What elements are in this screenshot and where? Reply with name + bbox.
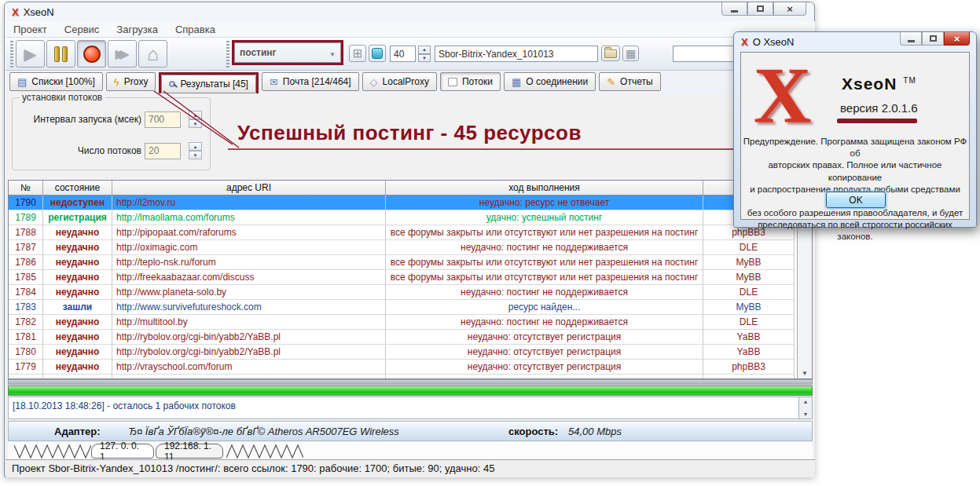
tab-reports[interactable]: Отчеты (599, 72, 660, 91)
tab-localproxy[interactable]: LocalProxy (362, 72, 437, 91)
about-dialog-body: X XseoNTM версия 2.0.1.6 Предупреждение.… (740, 52, 970, 220)
table-row-1783[interactable]: 1783зашлиhttp://www.survivefutureshock.c… (9, 300, 812, 315)
table-row-1784[interactable]: 1784неудачноhttp://www.planeta-solo.byне… (9, 285, 812, 300)
header-state[interactable]: состояние (43, 181, 112, 195)
magnifier-icon (169, 81, 175, 87)
tab-threads[interactable]: Потоки (440, 72, 501, 91)
pause-button[interactable] (46, 40, 75, 68)
cell-state: неудачно (43, 285, 112, 300)
maximize-button[interactable] (747, 2, 773, 16)
chevron-down-icon (329, 46, 336, 60)
maximize-icon (757, 5, 764, 12)
table-row-1789[interactable]: 1789регистрацияhttp://lmaollama.com/foru… (9, 210, 812, 225)
cell-url: http://rybolov.org/cgi-bin/yabb2/YaBB.pl (112, 345, 386, 360)
tab-lists[interactable]: Списки [100%] (9, 72, 103, 91)
cell-state: неудачно (43, 330, 112, 345)
add-table-button[interactable] (349, 45, 366, 62)
play-button[interactable] (16, 40, 45, 68)
threads-spin-input[interactable] (390, 46, 416, 62)
tab-proxy[interactable]: Proxy (106, 72, 156, 91)
header-num[interactable]: № (9, 181, 43, 195)
cell-num: 1784 (9, 285, 43, 300)
project-name-input[interactable] (435, 46, 598, 62)
tab-mail[interactable]: Почта [214/464] (262, 72, 359, 91)
header-progress[interactable]: ход выполнения (386, 181, 703, 195)
ip-tab-localhost[interactable]: 127. 0. 0. 1 (91, 444, 154, 459)
table-row-1781[interactable]: 1781неудачноhttp://rybolov.org/cgi-bin/y… (9, 330, 812, 345)
menu-item-help[interactable]: Справка (175, 24, 215, 35)
tab-connection[interactable]: О соединении (504, 72, 596, 91)
close-icon: × (787, 4, 793, 14)
thread-settings-title: установки потоков (19, 92, 105, 103)
connection-icon (512, 76, 521, 88)
home-button[interactable] (138, 40, 167, 68)
tab-label: Отчеты (620, 76, 652, 87)
product-name: XseoNTM (842, 75, 916, 93)
menu-item-download[interactable]: Загрузка (116, 24, 158, 35)
tab-label: Proxy (124, 76, 149, 87)
log-scrollbar[interactable]: ▲▼ (798, 397, 812, 418)
report-icon (607, 76, 615, 88)
cell-num: 1788 (9, 225, 43, 240)
ip-tab-lan[interactable]: 192.168. 1. 11 (156, 444, 223, 459)
cell-url: http://www.survivefutureshock.com (112, 300, 386, 315)
stop-button[interactable] (77, 40, 106, 68)
table-header-row: № состояние адрес URI ход выполнения (9, 181, 812, 195)
threads-count-input[interactable] (145, 143, 181, 159)
about-dialog-title: О XseoN (753, 36, 795, 48)
threads-spinner[interactable]: ▲▼ (418, 46, 431, 62)
open-project-button[interactable] (601, 46, 620, 61)
copyright-warning: Предупреждение. Программа защищена закон… (743, 136, 967, 243)
cell-engine: YaBB (703, 345, 795, 360)
interval-spinner[interactable]: ▲▼ (189, 111, 202, 128)
zigzag-decoration (226, 443, 303, 459)
table-row-1786[interactable]: 1786неудачноhttp://teplo-nsk.ru/forumвсе… (9, 255, 812, 270)
mode-combobox[interactable]: постинг (234, 42, 341, 63)
lightning-icon (114, 76, 119, 88)
close-button[interactable]: × (773, 2, 806, 16)
mode-combobox-value: постинг (240, 47, 329, 58)
fast-forward-button[interactable] (108, 40, 137, 68)
grid-view-button[interactable] (622, 46, 639, 61)
window-title: XseoN (24, 6, 54, 18)
tab-bar: Списки [100%] Proxy Результаты [45] Почт… (6, 71, 815, 93)
dialog-minimize-button[interactable] (900, 32, 922, 46)
menu-item-service[interactable]: Сервис (64, 24, 100, 35)
spin-down-icon: ▼ (189, 151, 202, 159)
header-url[interactable]: адрес URI (112, 181, 386, 195)
splitter-handle[interactable] (8, 379, 813, 385)
tab-results[interactable]: Результаты [45] (161, 75, 256, 93)
dialog-close-button[interactable]: × (944, 32, 970, 46)
list-icon (17, 76, 27, 88)
interval-input[interactable] (145, 111, 181, 128)
ok-button[interactable]: OK (826, 192, 886, 208)
table-row-1779[interactable]: 1779неудачноhttp://vrayschool.com/forumн… (9, 360, 812, 375)
minimize-icon (908, 40, 915, 42)
cell-progress: все форумы закрыты или отсутствуют или н… (386, 255, 703, 270)
table-row-1780[interactable]: 1780неудачноhttp://rybolov.org/cgi-bin/y… (9, 345, 812, 360)
cell-url: http://pipopaat.com/raforums (112, 225, 386, 240)
menu-item-project[interactable]: Проект (13, 24, 47, 35)
color-indicator-button[interactable] (369, 45, 386, 62)
cell-url: http://www.planeta-solo.by (112, 285, 386, 300)
table-row-1788[interactable]: 1788неудачноhttp://pipopaat.com/raforums… (9, 225, 812, 240)
table-row-1787[interactable]: 1787неудачноhttp://oximagic.comнеудачно:… (9, 240, 812, 255)
cell-engine: DLE (703, 315, 795, 330)
tab-label: Почта [214/464] (283, 76, 351, 87)
cell-url: http://rybolov.org/cgi-bin/yabb2/YaBB.pl (112, 330, 386, 345)
app-logo-icon: X (741, 36, 748, 48)
ip-tab-strip: 127. 0. 0. 1 192.168. 1. 11 (8, 442, 813, 459)
minimize-button[interactable] (721, 2, 747, 16)
spin-up-icon: ▲ (189, 142, 202, 151)
dialog-maximize-button[interactable] (922, 32, 944, 46)
table-row-1790[interactable]: 1790недоступенhttp://l2mov.ruнеудачно: р… (9, 195, 812, 210)
toolbar: постинг ▲▼ (6, 38, 815, 71)
home-icon (147, 43, 159, 65)
cell-state: неудачно (43, 255, 112, 270)
table-row-1785[interactable]: 1785неудачноhttp://freekaabazaar.com/dis… (9, 270, 812, 285)
threads-count-spinner[interactable]: ▲▼ (189, 142, 202, 159)
cell-state: регистрация (43, 210, 112, 225)
grid-icon (626, 46, 636, 60)
cell-engine: DLE (703, 285, 795, 300)
table-row-1782[interactable]: 1782неудачноhttp://multitool.byнеудачно:… (9, 315, 812, 330)
